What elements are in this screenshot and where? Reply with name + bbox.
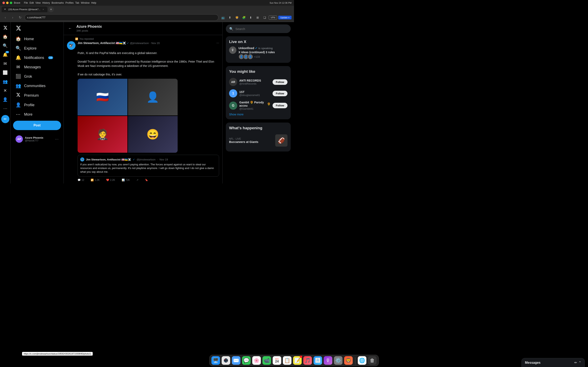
- sidebar-toggle-icon[interactable]: ❏: [262, 15, 268, 20]
- vpn-button[interactable]: VPN: [269, 16, 277, 20]
- sidebar-user-avatar: AP: [16, 135, 23, 143]
- tab-favicon: ✕: [4, 8, 7, 11]
- tweet-images: 🇷🇺 👤 🤵 😄: [78, 79, 178, 153]
- share-icon[interactable]: ⬆: [227, 15, 233, 20]
- nav-item-home[interactable]: 🏠 Home: [13, 34, 61, 44]
- quoted-author-name: Jim Stewartson, Antifascist 🇺🇸🇺🇦☠️: [86, 158, 131, 161]
- live-card[interactable]: 🎙 Unkonfined ✓ is speaking X ideas (cont…: [229, 47, 287, 59]
- quoted-tweet[interactable]: 🦅 Jim Stewartson, Antifascist 🇺🇸🇺🇦☠️ ✓ @…: [78, 155, 219, 176]
- follow-item-1st: 1 1ST @douglasramell1 Follow: [229, 88, 287, 99]
- nav-item-profile[interactable]: 👤 Profile: [13, 100, 61, 110]
- nav-item-notifications[interactable]: 🔔 Notifications 19: [13, 53, 61, 62]
- follow-btn-1st[interactable]: Follow: [273, 91, 287, 96]
- sidebar-collapsed-notifications[interactable]: 🔔 19: [1, 50, 9, 59]
- like-btn[interactable]: ❤️ 2.2K: [106, 179, 115, 182]
- menu-help[interactable]: Help: [91, 1, 96, 4]
- you-might-like-widget: You might like AR ANTI RECORDS @AntiReco…: [226, 66, 291, 119]
- tweet-image-2[interactable]: 👤: [128, 79, 178, 115]
- live-on-x-widget: Live on X 🎙 Unkonfined ✓ is speaking X i…: [226, 36, 291, 63]
- happening-title: Buccaneers at Giants: [229, 140, 273, 143]
- sidebar-collapsed-explore[interactable]: 🔍: [1, 42, 9, 50]
- follow-btn-gambit[interactable]: Follow: [273, 103, 287, 108]
- follow-info-1st: 1ST @douglasramell1: [239, 90, 270, 97]
- mac-time: Sun Nov 24 12:36 PM: [269, 2, 292, 4]
- menu-window[interactable]: Window: [81, 1, 90, 4]
- right-sidebar: 🔍 Live on X 🎙 Unkonfined ✓ is speaking X…: [223, 22, 294, 184]
- tweet-handle: @jimstewartson: [130, 42, 149, 45]
- download-icon[interactable]: ⬇: [248, 15, 254, 20]
- follow-handle-anti-records: @AntiRecords: [239, 82, 270, 85]
- post-btn-small[interactable]: ✏: [1, 115, 9, 123]
- search-input[interactable]: [235, 27, 287, 31]
- app-name: Brave: [14, 1, 20, 4]
- menu-edit[interactable]: Edit: [30, 1, 34, 4]
- nav-item-communities[interactable]: 👥 Communities: [13, 81, 61, 91]
- new-tab-btn[interactable]: +: [48, 7, 54, 12]
- browser-forward-btn[interactable]: ›: [10, 15, 16, 20]
- nav-item-explore[interactable]: 🔍 Explore: [13, 44, 61, 53]
- menu-bookmarks[interactable]: Bookmarks: [52, 1, 64, 4]
- traffic-lights[interactable]: [2, 2, 12, 4]
- wallet-icon[interactable]: 🦁: [234, 15, 240, 20]
- cast-icon[interactable]: 📺: [220, 15, 226, 20]
- menu-profiles[interactable]: Profiles: [66, 1, 74, 4]
- tweet-image-4[interactable]: 😄: [128, 116, 178, 153]
- browser-reload-btn[interactable]: ↻: [17, 15, 23, 20]
- address-bar[interactable]: x.com/Havok777: [25, 14, 218, 21]
- close-window-btn[interactable]: [2, 2, 5, 4]
- quoted-dot: ·: [157, 158, 158, 161]
- back-button[interactable]: ←: [67, 25, 73, 32]
- profile-icon: 👤: [16, 102, 21, 108]
- menu-history[interactable]: History: [42, 1, 50, 4]
- notifications-badge: 19: [6, 51, 9, 53]
- sidebar-collapsed-home[interactable]: 🏠: [1, 33, 9, 41]
- tab-close-btn[interactable]: ×: [42, 8, 45, 11]
- messages-icon: ✉: [16, 64, 21, 70]
- search-box[interactable]: 🔍: [226, 25, 291, 33]
- sidebar-collapsed-premium[interactable]: ✕: [1, 86, 9, 95]
- bookmark-btn[interactable]: 🔖: [145, 179, 148, 182]
- retweet-count: 1.2K: [95, 179, 100, 182]
- bookmark-icon: 🔖: [145, 179, 148, 182]
- sidebar-collapsed-grok[interactable]: ⬜: [1, 68, 9, 77]
- sidebar-collapsed-more[interactable]: ⋯: [1, 104, 9, 113]
- active-browser-tab[interactable]: ✕ (19) Azure Phoenix (@Havok7... ×: [2, 7, 47, 12]
- heart-icon: ❤️: [106, 179, 109, 182]
- sidebar-collapsed-profile[interactable]: 👤: [1, 95, 9, 104]
- browser-back-btn[interactable]: ‹: [2, 15, 8, 20]
- nav-item-grok[interactable]: ⬛ Grok: [13, 72, 61, 81]
- post-btn-large[interactable]: Post: [13, 121, 61, 130]
- share-btn[interactable]: ↗: [136, 179, 138, 182]
- fullscreen-window-btn[interactable]: [10, 2, 12, 4]
- views-count: 72K: [126, 179, 130, 182]
- tweet-more-btn[interactable]: ···: [216, 41, 219, 45]
- sidebar-user-more-btn[interactable]: ⋯: [55, 137, 59, 141]
- tweet-image-3[interactable]: 🤵: [78, 116, 127, 153]
- sidebar-collapsed: 🏠 🔍 🔔 19 ✉ ⬜ 👥 ✕ 👤 ⋯ ✏: [0, 22, 11, 184]
- split-view-icon[interactable]: ⊞: [255, 15, 260, 20]
- happening-item-buccaneers[interactable]: NFL · LIVE Buccaneers at Giants 🏈: [229, 133, 287, 148]
- sidebar-collapsed-communities[interactable]: 👥: [1, 77, 9, 86]
- nav-item-more[interactable]: ⋯ More: [13, 110, 61, 119]
- communities-icon: 👥: [16, 83, 21, 89]
- menu-view[interactable]: View: [35, 1, 41, 4]
- sidebar-x-logo[interactable]: [1, 24, 9, 32]
- sidebar-user[interactable]: AP Azure Phoenix @Havok777 ⋯: [13, 133, 61, 145]
- update-button[interactable]: Update ≡: [278, 16, 292, 19]
- nav-item-messages[interactable]: ✉ Messages: [13, 62, 61, 72]
- views-btn[interactable]: 📊 72K: [122, 179, 130, 182]
- menu-tab[interactable]: Tab: [75, 1, 79, 4]
- tweet-image-1[interactable]: 🇷🇺: [78, 79, 127, 115]
- extensions-icon[interactable]: 🧩: [241, 15, 247, 20]
- sidebar-user-handle: @Havok777: [25, 139, 53, 142]
- sidebar-collapsed-messages[interactable]: ✉: [1, 59, 9, 68]
- menu-file[interactable]: File: [24, 1, 28, 4]
- show-more-link[interactable]: Show more: [229, 113, 287, 116]
- live-on-x-title: Live on X: [229, 40, 287, 44]
- follow-btn-anti-records[interactable]: Follow: [273, 79, 287, 85]
- sidebar-logo[interactable]: [13, 24, 61, 33]
- retweet-btn[interactable]: 🔁 1.2K: [91, 179, 100, 182]
- minimize-window-btn[interactable]: [6, 2, 9, 4]
- reply-btn[interactable]: 💬 12: [78, 179, 84, 182]
- nav-item-premium[interactable]: Premium: [13, 91, 61, 100]
